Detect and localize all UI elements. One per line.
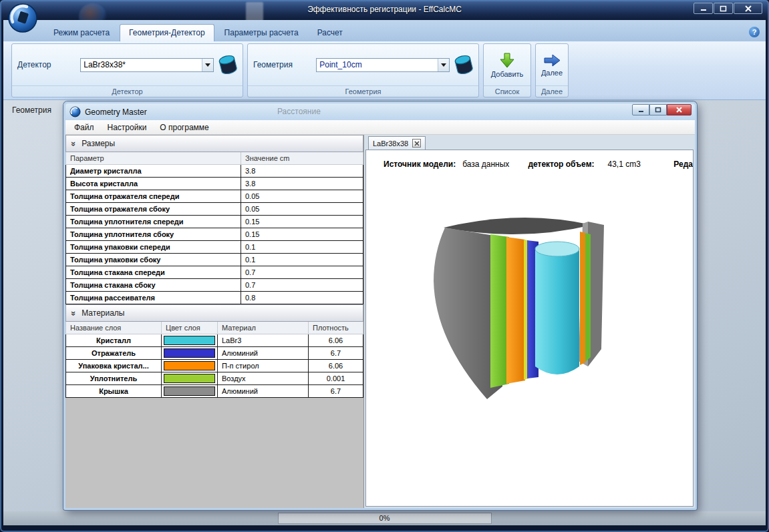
geometry-label: Геометрия	[253, 60, 311, 69]
tab-rezhim-rascheta[interactable]: Режим расчета	[45, 25, 118, 41]
color-swatch[interactable]	[164, 336, 215, 345]
dialog-logo-icon	[69, 106, 81, 117]
chevron-down-icon[interactable]	[438, 59, 449, 71]
detector-group-caption: Детектор	[12, 85, 243, 97]
ribbon-content: Детектор LaBr38x38* Детектор Геометрия P…	[3, 41, 766, 100]
geometry-combobox[interactable]: Point_10cm	[316, 58, 449, 72]
workspace-geometry-label: Геометрия	[12, 105, 51, 115]
detector-combobox-value: LaBr38x38*	[81, 60, 201, 69]
minimize-button[interactable]	[694, 3, 713, 14]
size-value-cell[interactable]: 3.8	[241, 178, 363, 190]
tab-geometriya-detektor[interactable]: Геометрия-Детектор	[120, 24, 214, 41]
menu-about[interactable]: О программе	[154, 121, 214, 134]
menu-file[interactable]: Файл	[68, 121, 100, 134]
size-value-cell[interactable]: 0.05	[241, 203, 363, 216]
close-icon	[745, 5, 752, 12]
material-row[interactable]: Уплотнитель Воздух 0.001	[66, 372, 363, 385]
material-color-cell[interactable]	[162, 385, 218, 398]
dialog-close-button[interactable]	[667, 104, 691, 115]
app-logo-icon[interactable]	[7, 2, 39, 33]
material-row[interactable]: Крышка Алюминий 6.7	[66, 385, 363, 398]
edit-button[interactable]: Реда	[673, 160, 693, 169]
material-name-cell[interactable]: Алюминий	[218, 347, 309, 360]
size-param-name: Диаметр кристалла	[66, 165, 241, 178]
size-value-cell[interactable]: 0.1	[241, 241, 363, 254]
color-swatch[interactable]	[164, 361, 215, 370]
size-row[interactable]: Толщина рассеивателя 0.8	[66, 292, 363, 304]
geometry-cylinder-icon[interactable]	[454, 53, 473, 77]
blue-right-arrow-icon	[543, 53, 561, 67]
viewer-tab-labr38x38[interactable]: LaBr38x38	[368, 136, 426, 150]
detector-combobox[interactable]: LaBr38x38*	[80, 58, 213, 72]
size-value-cell[interactable]: 0.15	[241, 228, 363, 241]
geometry-combobox-value: Point_10cm	[317, 60, 437, 69]
material-row[interactable]: Упаковка кристал... П-п стирол 6.06	[66, 360, 363, 372]
size-param-name: Толщина отражателя сбоку	[66, 203, 241, 216]
material-name-cell[interactable]: Алюминий	[218, 385, 309, 398]
size-row[interactable]: Толщина отражателя сбоку 0.05	[66, 203, 363, 216]
color-swatch[interactable]	[164, 348, 215, 358]
material-density-cell[interactable]: 6.7	[309, 347, 363, 360]
next-button[interactable]: Далее	[536, 44, 568, 85]
close-button[interactable]	[734, 3, 762, 14]
size-value-cell[interactable]: 0.05	[241, 190, 363, 203]
color-swatch[interactable]	[164, 386, 215, 396]
geometry-master-dialog: Geometry Master Расстояние Файл Настройк…	[63, 101, 697, 510]
material-density-cell[interactable]: 6.06	[309, 334, 363, 347]
size-row[interactable]: Толщина стакана спереди 0.7	[66, 266, 363, 279]
material-layer-name: Кристалл	[66, 334, 162, 347]
size-value-cell[interactable]: 0.1	[241, 254, 363, 266]
maximize-button[interactable]	[714, 3, 733, 14]
size-param-name: Толщина упаковки сбоку	[66, 254, 241, 266]
dialog-body: » Размеры Параметр Значение cm Диаметр к…	[65, 135, 695, 508]
detector-3d-view[interactable]	[424, 208, 617, 411]
dialog-maximize-button[interactable]	[649, 104, 667, 115]
material-color-cell[interactable]	[162, 347, 218, 360]
size-param-name: Толщина отражателя спереди	[66, 190, 241, 203]
app-title: Эффективность регистрации - EffCalcMC	[0, 5, 769, 14]
material-density-cell[interactable]: 6.06	[309, 360, 363, 372]
dialog-minimize-button[interactable]	[632, 104, 649, 115]
material-name-cell[interactable]: Воздух	[218, 372, 309, 385]
material-name-cell[interactable]: П-п стирол	[218, 360, 309, 372]
size-value-cell[interactable]: 3.8	[241, 165, 363, 178]
material-color-cell[interactable]	[162, 360, 218, 372]
add-button[interactable]: Добавить	[484, 44, 530, 85]
material-name-cell[interactable]: LaBr3	[218, 334, 309, 347]
detector-cylinder-icon[interactable]	[218, 53, 237, 77]
size-row[interactable]: Диаметр кристалла 3.8	[66, 165, 363, 178]
tab-parametry-rascheta[interactable]: Параметры расчета	[216, 25, 307, 41]
size-row[interactable]: Высота кристалла 3.8	[66, 178, 363, 190]
tab-raschet[interactable]: Расчет	[309, 25, 351, 41]
close-tab-button[interactable]	[412, 139, 421, 148]
color-swatch[interactable]	[164, 374, 215, 383]
ribbon-tabstrip: Режим расчета Геометрия-Детектор Парамет…	[3, 20, 766, 41]
chevron-down-icon[interactable]	[202, 59, 213, 71]
ribbon-group-detector: Детектор LaBr38x38* Детектор	[11, 43, 243, 97]
sizes-expander[interactable]: » Размеры	[65, 135, 363, 152]
menu-settings[interactable]: Настройки	[102, 121, 153, 134]
sizes-section-title: Размеры	[82, 139, 115, 148]
material-color-cell[interactable]	[162, 372, 218, 385]
material-density-cell[interactable]: 6.7	[309, 385, 363, 398]
size-param-name: Толщина упаковки спереди	[66, 241, 241, 254]
next-button-label: Далее	[541, 69, 563, 77]
size-row[interactable]: Толщина упаковки сбоку 0.1	[66, 254, 363, 266]
size-value-cell[interactable]: 0.7	[241, 266, 363, 279]
detector-3d-model-icon	[424, 208, 617, 408]
size-row[interactable]: Толщина отражателя спереди 0.05	[66, 190, 363, 203]
material-row[interactable]: Отражатель Алюминий 6.7	[66, 347, 363, 360]
expander-chevron-icon: »	[69, 310, 79, 315]
size-value-cell[interactable]: 0.7	[241, 279, 363, 292]
size-row[interactable]: Толщина стакана сбоку 0.7	[66, 279, 363, 292]
help-button[interactable]: ?	[749, 27, 760, 37]
material-row[interactable]: Кристалл LaBr3 6.06	[66, 334, 363, 347]
material-density-cell[interactable]: 0.001	[309, 372, 363, 385]
size-value-cell[interactable]: 0.15	[241, 216, 363, 228]
materials-expander[interactable]: » Материалы	[65, 304, 363, 322]
size-row[interactable]: Толщина упаковки спереди 0.1	[66, 241, 363, 254]
size-row[interactable]: Толщина уплотнителя сбоку 0.15	[66, 228, 363, 241]
size-value-cell[interactable]: 0.8	[241, 292, 363, 304]
size-row[interactable]: Толщина уплотнителя спереди 0.15	[66, 216, 363, 228]
material-color-cell[interactable]	[162, 334, 218, 347]
